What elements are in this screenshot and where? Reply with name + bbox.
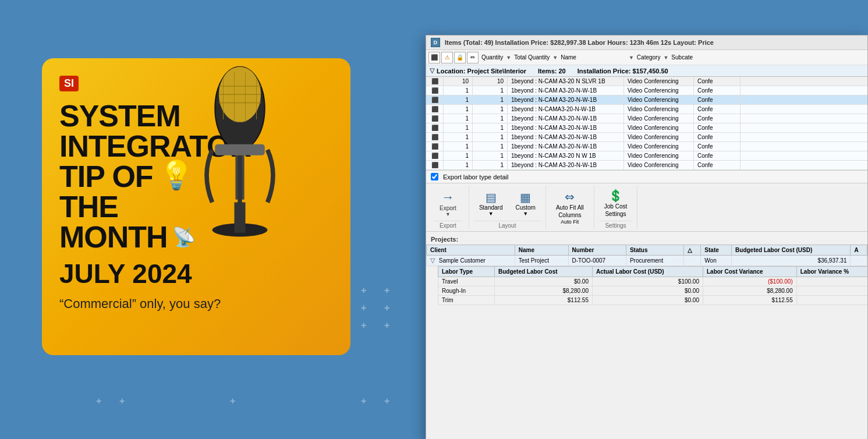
cell-labor-type: Rough-In: [438, 286, 495, 296]
category-cell: Video Conferencing: [624, 133, 694, 141]
settings-group-label: Settings: [599, 221, 632, 229]
si-date: JULY 2024: [59, 258, 333, 289]
category-cell: Video Conferencing: [624, 105, 694, 114]
app-icon: D: [431, 38, 440, 47]
toolbar-icon-1[interactable]: ⬛: [428, 52, 440, 63]
subcat-cell: Confe: [694, 105, 741, 114]
custom-icon: ▦: [520, 190, 531, 204]
labor-sub-table: Labor Type Budgeted Labor Cost Actual La…: [438, 266, 868, 305]
custom-button[interactable]: ▦ Custom ▼: [511, 187, 541, 220]
bottom-toolbar: Export labor type detail: [426, 170, 867, 183]
toolbar-icon-lock[interactable]: 🔒: [454, 52, 466, 63]
category-cell: Video Conferencing: [624, 151, 694, 160]
col-labor-variance-pct: Labor Variance %: [796, 267, 868, 277]
auto-fit-ribbon-group: ⇔ Auto Fit AllColumns Auto Fit: [546, 186, 594, 229]
name-cell: 1beyond : N-CAM A3-20-N-W-1B: [508, 95, 624, 104]
category-label: Category: [635, 54, 662, 61]
name-cell: 1beyond : N-CAM A3-20-N-W-1B: [508, 133, 624, 141]
export-labor-label: Export labor type detail: [443, 174, 509, 180]
name-cell: 1beyond : N-CAMA3-20-N-W-1B: [508, 105, 624, 114]
auto-fit-button[interactable]: ⇔ Auto Fit AllColumns Auto Fit: [551, 186, 589, 229]
soundwave-icon: 📡: [172, 228, 196, 246]
row-icon: ⬛: [426, 95, 444, 104]
labor-header-row: Labor Type Budgeted Labor Cost Actual La…: [438, 267, 869, 277]
collapse-icon[interactable]: ▽: [430, 67, 434, 75]
custom-label: Custom: [516, 204, 536, 211]
table-row[interactable]: ⬛ 1 1 1beyond : N-CAM A3-20-N-W-1B Video…: [426, 95, 867, 105]
cell-client: ▽ Sample Customer: [427, 256, 515, 266]
si-card: SI SYSTEM INTEGRATOR TIP OF 💡 THE MONTH …: [42, 58, 350, 355]
plus-icon: +: [384, 303, 389, 313]
name-cell: 1beyond : N-CAM A3-20-N-W-1B: [508, 142, 624, 151]
cell-labor-type: Travel: [438, 277, 495, 286]
export-button[interactable]: → Export ▼: [434, 186, 462, 221]
cell-variance-pct: [796, 277, 868, 286]
quantity-filter-icon: ▼: [506, 55, 511, 61]
plus-icon: +: [96, 396, 101, 406]
name-filter-icon: ▼: [629, 55, 634, 61]
lightbulb-icon: 💡: [159, 161, 194, 189]
install-price: Installation Price: $157,450.50: [578, 68, 668, 75]
export-labor-checkbox[interactable]: [431, 173, 438, 180]
cell-budgeted: $36,937.31: [732, 256, 851, 266]
job-cost-button[interactable]: 💲 Job CostSettings: [599, 186, 632, 221]
table-row: ⬛ 1 1 1beyond : N-CAM A3-20-N-W-1B Video…: [426, 86, 867, 95]
cell-actual-cost: $100.00: [592, 277, 703, 286]
location-text: Location: Project Site\Interior: [437, 68, 526, 75]
projects-group-row: ▽ Sample Customer Test Project D-TOO-000…: [427, 256, 867, 266]
auto-fit-icon: ⇔: [565, 190, 575, 204]
plus-icon: +: [384, 285, 389, 296]
toolbar-icon-warning[interactable]: ⚠: [441, 52, 453, 63]
row-icon: ⬛: [426, 161, 444, 169]
toolbar-icon-edit[interactable]: ✏: [467, 52, 479, 63]
export-arrow-icon: ▼: [445, 211, 451, 217]
cell-variance-pct: [796, 286, 868, 296]
expand-icon[interactable]: ▽: [430, 257, 435, 264]
category-cell: Video Conferencing: [624, 86, 694, 95]
qty-cell: 1: [444, 105, 473, 114]
name-cell: 1beyond : N-CAM A3-20-N-W-1B: [508, 86, 624, 95]
plus-icon: +: [119, 396, 125, 406]
name-label: Name: [559, 54, 578, 61]
total-qty-cell: 1: [473, 95, 508, 104]
cell-status: Procurement: [626, 256, 683, 266]
total-qty-cell: 1: [473, 151, 508, 160]
category-filter-icon: ▼: [663, 55, 668, 61]
projects-table: Client Name Number Status △ State Budget…: [426, 245, 867, 266]
subcat-cell: Confe: [694, 114, 741, 123]
qty-cell: 1: [444, 142, 473, 151]
plus-icon: +: [361, 285, 366, 296]
cell-a: [851, 256, 867, 266]
table-row: ⬛ 10 10 1beyond : N-CAM A3-20 N SLVR 1B …: [426, 77, 867, 86]
col-status: Status: [626, 245, 683, 256]
category-cell: Video Conferencing: [624, 95, 694, 104]
col-actual-labor: Actual Labor Cost (USD): [592, 267, 703, 277]
export-label: Export: [440, 205, 456, 211]
total-qty-cell: 1: [473, 133, 508, 141]
export-group-label: Export: [434, 221, 462, 229]
cell-variance-pct: [796, 296, 868, 305]
plus-icon: +: [384, 320, 389, 331]
subcat-cell: Confe: [694, 123, 741, 132]
standard-icon: ▤: [486, 190, 497, 204]
auto-fit-sublabel: Auto Fit: [561, 219, 579, 225]
labor-row-trim: Trim $112.55 $0.00 $112.55: [438, 296, 869, 305]
total-qty-cell: 1: [473, 161, 508, 169]
subcat-cell: Confe: [694, 95, 741, 104]
table-row: ⬛ 1 1 1beyond : N-CAM A3-20-N-W-1B Video…: [426, 114, 867, 123]
si-quote: “Commercial” only, you say?: [59, 296, 333, 311]
table-row: ⬛ 1 1 1beyond : N-CAM A3-20-N-W-1B Video…: [426, 142, 867, 151]
app-title: Items (Total: 49) Installation Price: $2…: [445, 39, 714, 46]
cell-budgeted-cost: $8,280.00: [494, 286, 592, 296]
row-icon: ⬛: [426, 114, 444, 123]
total-qty-cell: 1: [473, 123, 508, 132]
table-row: ⬛ 1 1 1beyond : N-CAM A3-20-N-W-1B Video…: [426, 133, 867, 142]
job-cost-icon: 💲: [608, 189, 623, 203]
standard-button[interactable]: ▤ Standard ▼: [474, 187, 508, 220]
app-window: D Items (Total: 49) Installation Price: …: [426, 35, 868, 439]
plus-icon: +: [384, 396, 389, 406]
ribbon-section: → Export ▼ Export ▤ Standard ▼ ▦ Custom …: [426, 183, 867, 232]
plus-icon: +: [361, 320, 366, 331]
projects-section: Projects: Client Name Number Status △ St…: [426, 232, 867, 307]
si-title-line3: THE: [59, 192, 333, 222]
